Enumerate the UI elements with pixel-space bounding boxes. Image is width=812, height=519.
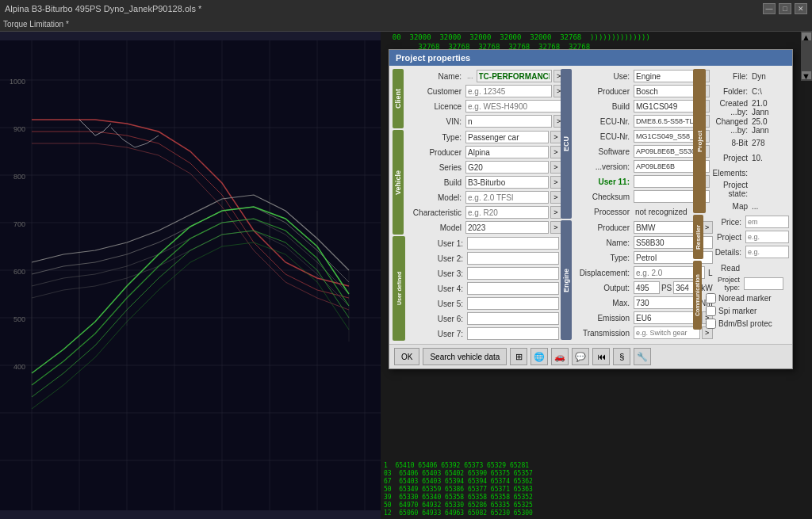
car-icon-button[interactable]: 🚗 [551,348,569,365]
dialog-body: Client Name: ... > Customer [389,66,792,368]
characteristic-input[interactable] [465,206,549,219]
user5-input[interactable] [467,297,559,310]
ecu-producer-input[interactable] [634,85,697,97]
tab-ecu[interactable]: ECU [561,69,572,219]
ok-button[interactable]: OK [394,348,419,365]
user3-input[interactable] [467,267,559,280]
software-input[interactable] [634,145,697,158]
type-input[interactable] [465,131,549,143]
output-label: Output: [573,284,632,292]
customer-input[interactable] [465,85,552,97]
user5-row: User 5: [406,296,559,311]
eng-producer-input[interactable] [634,221,700,234]
svg-rect-0 [0,40,381,510]
ecu-use-input[interactable] [634,70,697,82]
user7-input[interactable] [467,327,559,340]
svg-text:400: 400 [13,363,25,371]
tab-vehicle[interactable]: Vehicle [393,130,404,235]
producer-input[interactable] [465,146,549,158]
col-left: Client Name: ... > Customer [393,69,559,341]
characteristic-label: Characteristic [404,208,464,217]
emission-label: Emission [573,314,632,322]
user4-input[interactable] [467,282,559,295]
paragraph-icon-button[interactable]: § [613,348,630,365]
scroll-down[interactable]: ▼ [802,71,811,79]
price-row: Price: [704,215,789,229]
emission-row: Emission > [573,311,713,325]
output-ps-input[interactable] [634,281,660,294]
rewind-icon-button[interactable]: ⏮ [592,348,610,365]
bdm-checkbox[interactable] [706,319,716,329]
folder-value: C:\ [752,87,762,96]
tab-client[interactable]: Client [393,69,404,128]
tab-engine[interactable]: Engine [561,220,572,340]
model-year-arrow[interactable]: > [550,221,561,234]
tab-communication[interactable]: Communication [693,261,702,330]
tab-user-defined[interactable]: User defined [393,236,405,341]
user6-label: User 6: [406,315,465,323]
model-tfsi-arrow[interactable]: > [550,191,561,204]
processor-value: not recognized [634,208,688,216]
licence-input[interactable] [465,100,565,113]
user3-label: User 3: [406,269,465,278]
user11-input[interactable] [634,175,697,188]
data-scrollbar[interactable]: ▲ ▼ [801,32,812,81]
checksum-label: Checksum [573,193,632,201]
name-input[interactable] [477,70,552,82]
type-arrow[interactable]: > [550,131,561,143]
price-input[interactable] [745,216,789,228]
transmission-input[interactable] [634,326,700,339]
emission-input[interactable] [634,311,700,324]
ecu-nr2-row: ECU-Nr. > [573,129,710,143]
maximize-button[interactable]: □ [779,3,791,14]
displacement-label: Displacement: [573,269,632,277]
series-arrow[interactable]: > [550,161,561,174]
model-tfsi-input[interactable] [465,191,549,204]
build-arrow[interactable]: > [550,176,561,189]
characteristic-arrow[interactable]: > [550,206,561,219]
details-label: Details: [704,248,744,257]
search-vehicle-button[interactable]: Search vehicle data [423,348,507,365]
spi-checkbox[interactable] [706,306,716,316]
build-row: Build > [404,175,561,189]
engine-section: Engine Producer > Name: Type: [561,220,691,340]
chat-icon-button[interactable]: 💬 [572,348,589,365]
build-input[interactable] [465,176,549,189]
noread-checkbox[interactable] [706,293,716,303]
max-row: Max. Nm [573,296,713,310]
series-input[interactable] [465,161,549,174]
ecu-nr1-input[interactable] [634,115,697,128]
bdm-row: Bdm/Bsl protec [703,318,783,330]
dialog-title-bar: Project properties [389,50,792,66]
scroll-up[interactable]: ▲ [802,32,811,40]
user5-label: User 5: [406,300,465,308]
ecu-nr2-input[interactable] [634,130,697,143]
window-controls[interactable]: — □ ✕ [763,3,807,14]
max-label: Max. [573,299,632,307]
changed-label: Changed ...by: [707,117,750,135]
proj-type-input[interactable] [744,277,783,290]
vin-input[interactable] [465,115,552,128]
tool-icon-button[interactable]: 🔧 [634,348,651,365]
producer-row: Producer > [404,145,561,159]
user2-input[interactable] [467,252,559,265]
close-button[interactable]: ✕ [795,3,807,14]
user7-label: User 7: [406,330,465,338]
spi-row: Spi marker [703,305,783,317]
details-input[interactable] [745,246,789,258]
spi-label: Spi marker [718,307,756,315]
res-proj-input[interactable] [745,231,789,243]
user6-input[interactable] [467,312,559,325]
producer-arrow[interactable]: > [550,146,561,158]
minimize-button[interactable]: — [763,3,776,14]
model-year-input[interactable] [465,221,549,234]
user1-input[interactable] [467,237,559,250]
reseller-fields: Price: Project Details: [704,215,789,259]
globe-icon-button[interactable]: 🌐 [530,348,548,365]
max-input[interactable] [634,296,697,309]
tab-reseller[interactable]: Reseller [693,215,703,259]
dialog-content: Client Name: ... > Customer [389,66,792,344]
grid-icon-button[interactable]: ⊞ [510,348,527,365]
ecu-build-input[interactable] [634,100,697,113]
tab-project[interactable]: Project [693,69,706,213]
